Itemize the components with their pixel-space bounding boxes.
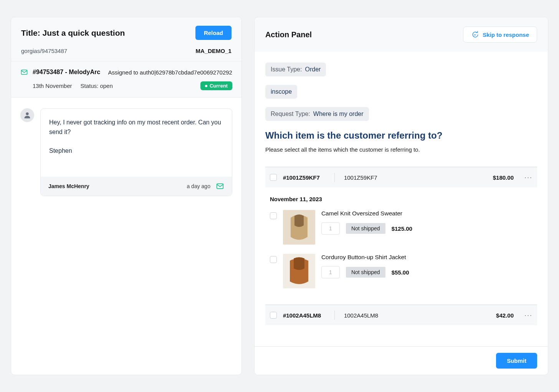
order-number: #1001Z59KF7 [283,174,325,181]
question-subtext: Please select all the items which the cu… [265,146,537,153]
item-qty[interactable]: 1 [321,222,340,235]
submit-button[interactable]: Submit [496,353,537,369]
message-body: Hey, I never got tracking info on my mos… [41,109,232,177]
message-area: Hey, I never got tracking info on my mos… [11,98,241,207]
item-checkbox[interactable] [270,212,277,219]
assigned-to: Assigned to auth0|62978b7cbdad7e00692702… [108,69,232,76]
order-header: #1002A45LM8 1002A45LM8 $42.00 ··· [265,305,537,325]
action-panel-body: Issue Type: Order inscope Request Type: … [255,52,548,346]
question-heading: Which item is the customer referring to? [265,130,537,141]
ticket-source: gorgias/94753487 [21,48,67,54]
message-footer: James McHenry a day ago [41,177,232,196]
mail-icon [20,68,28,76]
avatar [20,108,34,122]
action-panel: Action Panel Skip to response Issue Type… [254,17,548,375]
message-card: Hey, I never got tracking info on my mos… [40,108,232,196]
scope-tag: inscope [265,85,297,99]
message-sender: James McHenry [48,183,89,189]
skip-to-response-button[interactable]: Skip to response [463,26,537,43]
product-thumbnail [283,254,315,288]
order-header: #1001Z59KF7 1001Z59KF7 $180.00 ··· [265,167,537,187]
item-checkbox[interactable] [270,256,277,263]
order-ref: 1002A45LM8 [344,312,490,319]
ship-status-badge: Not shipped [346,267,385,278]
order-ref: 1001Z59KF7 [344,174,487,181]
ticket-id: #94753487 - MelodyArc [33,69,100,76]
demo-tag: MA_DEMO_1 [196,48,232,54]
product-thumbnail [283,210,315,245]
item-price: $125.00 [392,225,412,232]
line-item: Camel Knit Oversized Sweater 1 Not shipp… [265,208,537,251]
order-date: November 11, 2023 [265,187,537,208]
divider [334,173,335,182]
item-qty[interactable]: 1 [321,266,340,278]
svg-point-1 [26,112,28,115]
reload-button[interactable]: Reload [195,26,232,40]
ticket-header: Title: Just a quick question Reload gorg… [11,17,241,61]
skip-label: Skip to response [483,31,529,38]
action-panel-header: Action Panel Skip to response [255,17,548,52]
order-number: #1002A45LM8 [283,312,325,319]
ticket-status: Status: open [81,83,113,89]
request-type-tag: Request Type: Where is my order [265,107,369,121]
action-panel-title: Action Panel [265,30,312,39]
action-panel-footer: Submit [255,346,548,375]
ticket-panel: Title: Just a quick question Reload gorg… [11,17,242,375]
more-icon[interactable]: ··· [524,311,533,319]
current-badge: Current [200,81,232,90]
more-icon[interactable]: ··· [524,174,533,182]
person-icon [23,111,31,119]
item-title: Camel Knit Oversized Sweater [321,210,533,217]
order-total: $42.00 [496,312,514,319]
issue-type-tag: Issue Type: Order [265,63,326,76]
ticket-meta: #94753487 - MelodyArc Assigned to auth0|… [11,61,241,98]
mail-icon [216,182,224,190]
message-time: a day ago [187,183,210,189]
item-title: Corduroy Button-up Shirt Jacket [321,254,533,261]
order-total: $180.00 [493,174,514,181]
ship-status-badge: Not shipped [346,223,385,234]
divider [334,311,335,320]
line-item: Corduroy Button-up Shirt Jacket 1 Not sh… [265,251,537,295]
ticket-title: Title: Just a quick question [21,28,125,38]
ticket-date: 13th November [33,83,72,89]
order-checkbox[interactable] [270,312,277,319]
order-block: #1001Z59KF7 1001Z59KF7 $180.00 ··· Novem… [265,167,537,295]
order-checkbox[interactable] [270,174,277,181]
order-block: #1002A45LM8 1002A45LM8 $42.00 ··· [265,304,537,325]
item-price: $55.00 [392,269,409,276]
skip-icon [471,31,479,38]
